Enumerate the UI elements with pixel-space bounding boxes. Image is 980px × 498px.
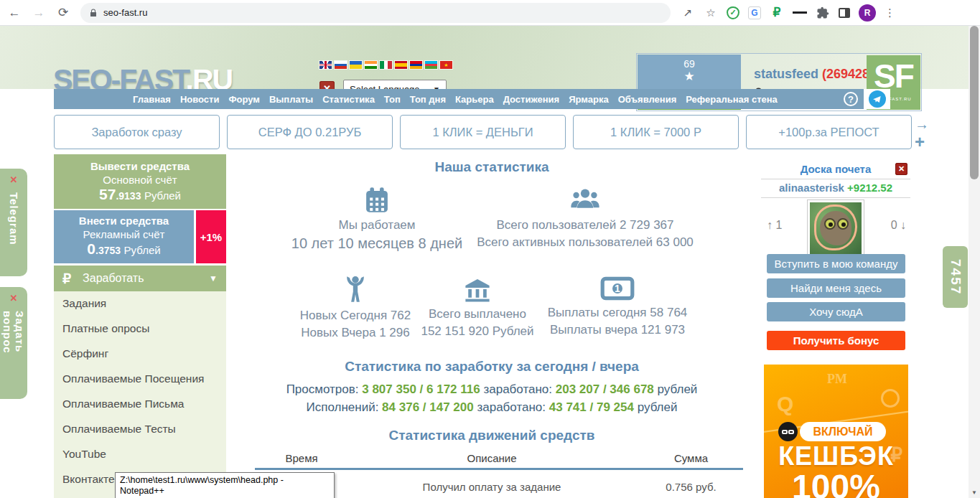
ask-question-tab-label: Задать вопрос bbox=[1, 311, 26, 399]
nav-item-novosti[interactable]: Новости bbox=[180, 94, 220, 105]
deposit-balance-box[interactable]: Внести средства Рекламный счёт 0.3753 Ру… bbox=[54, 210, 194, 263]
telegram-tab-label: Telegram bbox=[8, 192, 20, 245]
honor-avatar[interactable] bbox=[807, 199, 864, 257]
earnings-value: 84 376 / 147 200 bbox=[382, 400, 474, 414]
earn-menu: Задания Платные опросы Сёрфинг Оплачивае… bbox=[54, 291, 226, 498]
deposit-amount-frac: .3753 bbox=[95, 245, 121, 256]
online-counter-value: 7457 bbox=[948, 259, 963, 295]
banners-next-icon[interactable]: → bbox=[915, 116, 929, 133]
online-counter-badge[interactable]: 7457 bbox=[943, 246, 968, 308]
honor-close-icon[interactable]: ✕ bbox=[895, 163, 907, 175]
ruble-icon: ₽ bbox=[62, 271, 71, 287]
browser-menu-icon[interactable]: ⋮ bbox=[885, 6, 895, 19]
translate-icon[interactable]: G bbox=[748, 6, 761, 19]
honor-score: +9212.52 bbox=[847, 182, 892, 194]
menu-item-poseshcheniya[interactable]: Оплачиваемые Посещения bbox=[54, 367, 226, 392]
adblock-shield-icon[interactable]: ✓ bbox=[727, 6, 739, 19]
menu-item-serfing[interactable]: Сёрфинг bbox=[54, 342, 226, 367]
cashback-banner-art: Q bbox=[777, 392, 793, 416]
table-divider bbox=[255, 468, 743, 470]
menu-item-youtube[interactable]: YouTube bbox=[54, 442, 226, 467]
withdraw-amount-int: 57 bbox=[99, 186, 116, 202]
svg-text:1: 1 bbox=[615, 283, 620, 294]
honor-user-row[interactable]: alinaasterisk +9212.52 bbox=[761, 182, 910, 194]
deposit-bonus-badge[interactable]: +1% bbox=[196, 210, 226, 263]
vote-up-count: 1 bbox=[775, 219, 782, 231]
want-here-button[interactable]: Хочу сюдА bbox=[767, 302, 905, 321]
main-content: Наша статистика Мы работаем 10 лет 10 ме… bbox=[237, 0, 747, 498]
profile-avatar[interactable]: R bbox=[859, 4, 876, 22]
cashback-banner-watermark: PM bbox=[827, 372, 847, 387]
chevron-down-icon: ▼ bbox=[209, 273, 218, 283]
get-bonus-button[interactable]: Получить бонус bbox=[767, 331, 905, 350]
deposit-amount-int: 0 bbox=[87, 240, 95, 257]
address-bar[interactable]: seo-fast.ru bbox=[80, 3, 671, 23]
earnings-suffix: рублей bbox=[634, 400, 678, 414]
stat-line: 10 лет 10 месяцев 8 дней bbox=[284, 235, 470, 252]
menu-item-zadaniya[interactable]: Задания bbox=[54, 291, 226, 316]
ask-question-side-tab[interactable]: ✕ Задать вопрос bbox=[0, 287, 27, 399]
withdraw-balance-box[interactable]: Вывести средства Основной счёт 57.9133 Р… bbox=[54, 154, 226, 209]
honor-username[interactable]: alinaasterisk bbox=[779, 182, 844, 194]
nav-item-glavnaya[interactable]: Главная bbox=[133, 94, 171, 105]
telegram-side-tab[interactable]: ✕ Telegram bbox=[0, 169, 27, 276]
deposit-currency: Рублей bbox=[124, 244, 161, 256]
back-icon[interactable]: ← bbox=[4, 3, 24, 23]
close-icon[interactable]: ✕ bbox=[10, 174, 18, 185]
banknote-icon: 1 bbox=[600, 274, 635, 303]
ruble-extension-icon[interactable]: ₽ bbox=[770, 6, 784, 20]
scrollbar-down-arrow[interactable]: ▼ bbox=[969, 487, 980, 498]
earn-menu-header[interactable]: ₽ Заработать ▼ bbox=[54, 266, 226, 291]
side-panel-icon[interactable] bbox=[839, 8, 850, 18]
divider bbox=[761, 197, 910, 198]
stat-payouts: 1 Выплаты сегодня 58 764 Выплаты вчера 1… bbox=[513, 274, 722, 337]
deposit-title: Внести средства bbox=[54, 215, 194, 227]
honor-avatar-image bbox=[810, 202, 862, 254]
earnings-label: Просмотров: bbox=[286, 382, 363, 396]
vote-down[interactable]: 0 ↓ bbox=[891, 219, 906, 232]
earnings-row-views: Просмотров: 3 807 350 / 6 172 116 зарабо… bbox=[237, 382, 747, 397]
earnings-value: 3 807 350 / 6 172 116 bbox=[362, 382, 480, 396]
bars-extension-icon[interactable] bbox=[793, 6, 807, 20]
earnings-suffix: рублей bbox=[654, 382, 698, 396]
tooltip-line1: Z:\home\test1.ru\www\system\head.php - N… bbox=[120, 475, 330, 497]
withdraw-currency: Рублей bbox=[144, 189, 181, 202]
reload-icon[interactable]: ⟳ bbox=[53, 3, 73, 23]
vote-up[interactable]: ↑ 1 bbox=[767, 219, 782, 232]
menu-item-platnye-oprosy[interactable]: Платные опросы bbox=[54, 316, 226, 342]
deposit-account: Рекламный счёт bbox=[54, 228, 194, 240]
bank-icon bbox=[462, 274, 493, 304]
honor-board: Доска почета ✕ alinaasterisk +9212.52 ↑ … bbox=[761, 0, 910, 498]
cashback-banner[interactable]: PM Q ₽ ВКЛЮЧАЙ КЕШБЭК 100% bbox=[764, 365, 908, 498]
deposit-balance-wrap: Внести средства Рекламный счёт 0.3753 Ру… bbox=[54, 210, 226, 263]
close-icon[interactable]: ✕ bbox=[10, 293, 18, 304]
stats-title: Наша статистика bbox=[237, 159, 747, 175]
stat-total-users: Всего пользователей 2 729 367 Всего акти… bbox=[452, 185, 718, 250]
find-me-button[interactable]: Найди меня здесь bbox=[767, 278, 905, 298]
notepad-window-tooltip: Z:\home\test1.ru\www\system\head.php - N… bbox=[115, 472, 335, 498]
row-description: Получил оплату за задание bbox=[398, 481, 585, 493]
bookmark-star-icon[interactable]: ☆ bbox=[704, 6, 718, 20]
banner-zarabotok-srazu[interactable]: Заработок сразу bbox=[54, 115, 220, 149]
column-description: Описание bbox=[438, 452, 546, 464]
menu-item-pisma[interactable]: Оплачиваемые Письма bbox=[54, 392, 226, 417]
honor-board-title[interactable]: Доска почета bbox=[761, 163, 910, 175]
forward-icon[interactable]: → bbox=[29, 3, 49, 23]
withdraw-title: Вывести средства bbox=[54, 160, 226, 172]
menu-item-testy[interactable]: Оплачиваемые Тесты bbox=[54, 417, 226, 442]
puzzle-extensions-icon[interactable] bbox=[816, 6, 830, 20]
page-scrollbar[interactable]: ▼ bbox=[969, 26, 980, 498]
earn-menu-label: Заработать bbox=[83, 272, 144, 285]
browser-toolbar: ← → ⟳ seo-fast.ru ↗ ☆ ✓ G ₽ R ⋮ bbox=[0, 0, 980, 26]
glasses-icon bbox=[778, 422, 798, 441]
cashback-line2: 100% bbox=[764, 467, 908, 498]
join-team-button[interactable]: Вступить в мою команду bbox=[767, 254, 905, 273]
person-raised-arms-icon bbox=[342, 274, 369, 306]
stat-line: Выплаты вчера 121 973 bbox=[513, 323, 722, 337]
earnings-row-tasks: Исполнений: 84 376 / 147 200 заработано:… bbox=[237, 400, 747, 415]
movements-title: Статистика движений средств bbox=[237, 428, 747, 443]
earnings-label: заработано: bbox=[474, 400, 549, 414]
scrollbar-thumb[interactable] bbox=[970, 26, 979, 179]
banners-add-icon[interactable]: + bbox=[915, 132, 925, 152]
share-icon[interactable]: ↗ bbox=[681, 6, 695, 20]
